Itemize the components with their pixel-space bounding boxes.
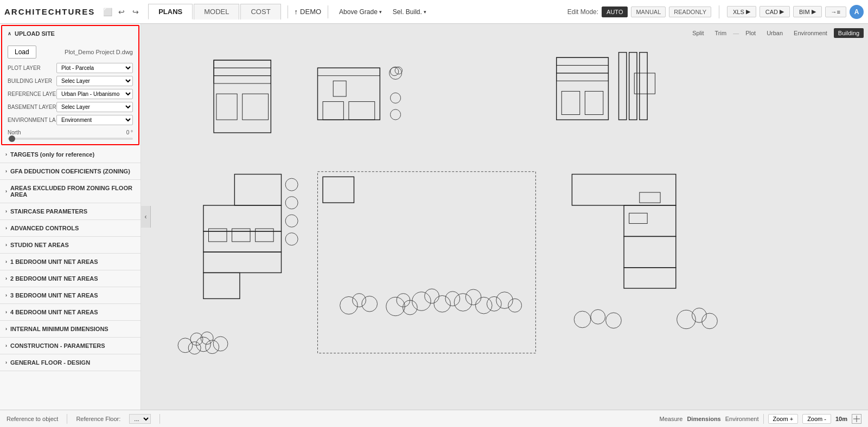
upload-site-section: ∧ UPLOAD SITE Load Plot_Demo Project D.d… <box>1 25 139 145</box>
dimensions-btn[interactable]: Dimensions <box>687 416 720 422</box>
xls-export-btn[interactable]: XLS ▶ <box>727 6 756 17</box>
svg-rect-2 <box>214 68 271 75</box>
svg-point-45 <box>465 289 481 305</box>
gfa-header[interactable]: › GFA DEDUCTION COEFICIENTS (ZONING) <box>0 163 141 179</box>
svg-rect-19 <box>557 73 609 81</box>
svg-point-51 <box>487 296 501 311</box>
topbar: ARCHITECHTURES ⬜ ↩ ↪ PLANS MODEL COST ↑ … <box>0 0 868 24</box>
svg-rect-18 <box>557 66 609 73</box>
zoom-icon <box>852 414 861 424</box>
sidebar-collapse-btn[interactable]: ‹ <box>141 206 151 228</box>
reference-to-object[interactable]: Reference to object <box>7 416 58 422</box>
main-content: ∧ UPLOAD SITE Load Plot_Demo Project D.d… <box>0 24 868 410</box>
1bed-section: › 1 BEDROOM UNIT NET AREAS <box>0 254 141 270</box>
svg-rect-25 <box>634 73 655 94</box>
upload-site-header[interactable]: ∧ UPLOAD SITE <box>2 26 138 41</box>
chevron-right-icon10: › <box>5 309 7 315</box>
staircase-header[interactable]: › STAIRCASE PARAMETERS <box>0 203 141 219</box>
up-arrow-icon: ↑ <box>295 8 298 16</box>
studio-section: › STUDIO NET AREAS <box>0 237 141 254</box>
bim-export-btn[interactable]: BIM ▶ <box>793 6 822 17</box>
4bed-header[interactable]: › 4 BEDROOM UNIT NET AREAS <box>0 304 141 320</box>
svg-point-72 <box>213 337 228 351</box>
sidebar: ∧ UPLOAD SITE Load Plot_Demo Project D.d… <box>0 24 141 410</box>
basement-layer-select[interactable]: Selec Layer <box>56 102 133 112</box>
internal-dims-section: › INTERNAL MINIMUM DIMENSIONS <box>0 321 141 338</box>
svg-rect-17 <box>557 57 609 65</box>
svg-point-35 <box>285 197 298 209</box>
general-floor-header[interactable]: › GENERAL FLOOR - DESIGN <box>0 354 141 371</box>
user-avatar[interactable]: A <box>850 5 864 19</box>
redo-icon[interactable]: ↪ <box>130 6 142 18</box>
svg-point-50 <box>362 296 378 312</box>
file-icon[interactable]: ⬜ <box>101 6 113 18</box>
chevron-right-icon7: › <box>5 259 7 264</box>
separator3 <box>719 5 719 18</box>
environment-layer-select[interactable]: Environment <box>56 115 133 125</box>
chevron-right-icon5: › <box>5 225 7 231</box>
reference-floor-select[interactable]: ... <box>129 414 151 424</box>
arrow-list-btn[interactable]: →≡ <box>825 7 846 17</box>
tab-plans[interactable]: PLANS <box>148 4 193 20</box>
svg-rect-21 <box>585 91 603 114</box>
load-button[interactable]: Load <box>8 46 36 59</box>
zoom-out-btn[interactable]: Zoom - <box>802 414 831 424</box>
chevron-up-icon: ∧ <box>8 31 11 36</box>
svg-rect-26 <box>234 174 281 205</box>
measure-btn[interactable]: Measure <box>660 416 683 422</box>
svg-rect-23 <box>629 53 637 120</box>
3bed-header[interactable]: › 3 BEDROOM UNIT NET AREAS <box>0 287 141 303</box>
mode-auto-btn[interactable]: AUTO <box>602 7 628 17</box>
zoom-in-btn[interactable]: Zoom + <box>768 414 799 424</box>
building-layer-select[interactable]: Selec Layer <box>56 76 133 86</box>
chevron-down-icon: ▾ <box>379 9 382 15</box>
canvas-area[interactable]: Split Trim — Plot Urban Environment Buil… <box>141 24 868 410</box>
svg-rect-20 <box>561 91 579 114</box>
studio-header[interactable]: › STUDIO NET AREAS <box>0 237 141 253</box>
svg-rect-5 <box>242 94 269 120</box>
svg-point-71 <box>206 340 219 354</box>
svg-rect-24 <box>640 53 647 120</box>
edit-mode-label: Edit Mode: <box>567 8 598 16</box>
svg-point-65 <box>677 310 695 328</box>
plot-layer-select[interactable]: Plot - Parcela <box>56 63 133 73</box>
sel-build-btn[interactable]: Sel. Build. ▾ <box>388 6 431 18</box>
reference-layer-select[interactable]: Urban Plan - Urbanismo <box>56 89 133 99</box>
construction-header[interactable]: › CONSTRUCTION - PARAMETERS <box>0 338 141 354</box>
chevron-right-icon8: › <box>5 276 7 281</box>
general-floor-section: › GENERAL FLOOR - DESIGN <box>0 354 141 371</box>
tab-cost[interactable]: COST <box>240 4 280 20</box>
svg-point-67 <box>702 313 718 329</box>
upload-site-content: Load Plot_Demo Project D.dwg PLOT LAYER … <box>2 41 138 144</box>
2bed-header[interactable]: › 2 BEDROOM UNIT NET AREAS <box>0 270 141 287</box>
reference-floor-label: Reference Floor: <box>76 416 120 422</box>
targets-header[interactable]: › TARGETS (only for reference) <box>0 146 141 163</box>
2bed-section: › 2 BEDROOM UNIT NET AREAS <box>0 270 141 287</box>
mode-readonly-btn[interactable]: READONLY <box>669 7 711 17</box>
mode-manual-btn[interactable]: MANUAL <box>631 7 666 17</box>
1bed-header[interactable]: › 1 BEDROOM UNIT NET AREAS <box>0 254 141 270</box>
svg-point-55 <box>353 294 366 307</box>
separator2 <box>328 5 328 18</box>
svg-rect-22 <box>619 53 627 120</box>
separator <box>288 5 288 18</box>
construction-section: › CONSTRUCTION - PARAMETERS <box>0 338 141 354</box>
north-slider-thumb[interactable] <box>9 135 15 142</box>
svg-point-63 <box>591 309 605 324</box>
svg-point-44 <box>454 294 472 312</box>
svg-rect-58 <box>624 236 676 267</box>
building-top-center <box>317 67 402 120</box>
areas-excluded-header[interactable]: › AREAS EXCLUDED FROM ZONING FLOOR AREA <box>0 180 141 203</box>
chevron-down-icon2: ▾ <box>424 9 426 15</box>
above-grade-btn[interactable]: Above Grade ▾ <box>335 6 386 18</box>
internal-dims-header[interactable]: › INTERNAL MINIMUM DIMENSIONS <box>0 321 141 337</box>
advanced-controls-header[interactable]: › ADVANCED CONTROLS <box>0 220 141 236</box>
environment-bottom-btn[interactable]: Environment <box>725 416 759 422</box>
building-top-right2 <box>619 53 655 120</box>
undo-icon[interactable]: ↩ <box>116 6 127 18</box>
tab-model[interactable]: MODEL <box>194 4 239 20</box>
svg-rect-32 <box>232 229 250 242</box>
cad-export-btn[interactable]: CAD ▶ <box>760 6 790 17</box>
svg-point-47 <box>386 297 405 315</box>
svg-rect-31 <box>209 229 227 242</box>
